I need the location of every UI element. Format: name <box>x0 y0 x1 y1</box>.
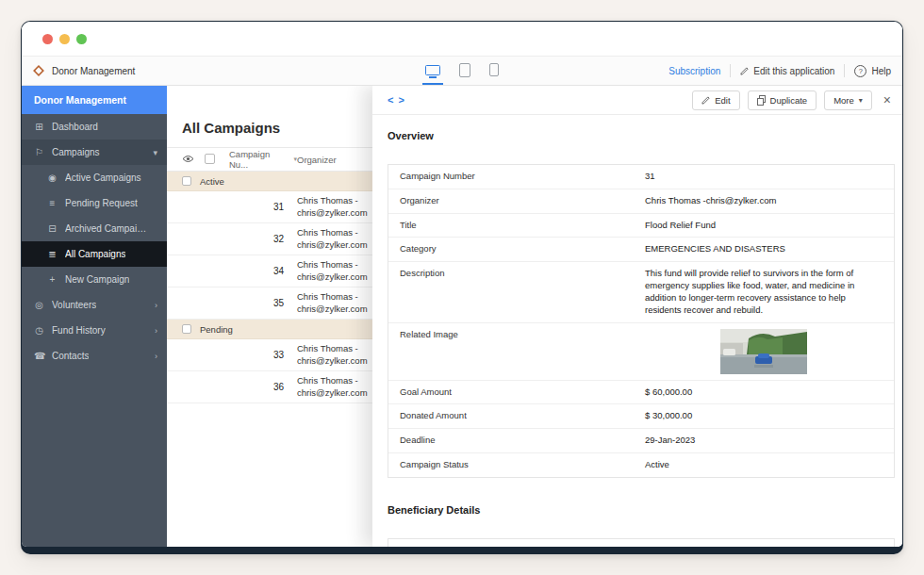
edit-application-label: Edit this application <box>753 66 834 76</box>
record-detail-topbar: < > Edit Duplicate <box>372 86 902 115</box>
field-value: EMERGENCIES AND DISASTERS <box>634 238 894 261</box>
section-title: Overview <box>388 130 895 141</box>
sidebar-item-archived-campaigns[interactable]: ⊟ Archived Campaigns <box>22 216 167 241</box>
group-label: Pending <box>200 324 233 335</box>
new-campaign-icon: + <box>47 274 58 285</box>
app-title: Donor Management <box>52 66 135 76</box>
field-label: Goal Amount <box>388 381 634 404</box>
close-window-button[interactable] <box>42 34 53 44</box>
sidebar-item-label: All Campaigns <box>65 249 125 259</box>
sidebar-item-label: Archived Campaigns <box>65 223 150 234</box>
table-row[interactable]: 35 Chris Thomas - chris@zylker.com <box>167 288 403 320</box>
duplicate-icon <box>757 95 766 105</box>
sidebar-item-new-campaign[interactable]: + New Campaign <box>22 267 167 292</box>
table-row[interactable]: 34 Chris Thomas - chris@zylker.com <box>167 255 403 288</box>
detail-field-row: Organizer Chris Thomas -chris@zylker.com <box>388 189 894 214</box>
more-button[interactable]: More ▾ <box>824 90 872 110</box>
section-title: Beneficiary Details <box>388 504 895 516</box>
active-campaigns-icon: ◉ <box>47 172 58 183</box>
field-label: Donated Amount <box>388 404 634 428</box>
group-label: Active <box>200 176 224 187</box>
sidebar-item-label: Contacts <box>52 351 89 361</box>
pencil-icon <box>740 67 749 75</box>
phone-view-icon[interactable] <box>487 57 502 85</box>
sidebar-item-volunteers[interactable]: ◎ Volunteers › <box>22 292 167 318</box>
field-label: Related Image <box>388 323 634 380</box>
sidebar-item-label: Volunteers <box>52 300 96 310</box>
list-body: Active 31 Chris Thomas - chris@zylker.co… <box>167 172 403 403</box>
campaign-number-cell: 33 <box>229 350 297 360</box>
close-icon[interactable]: × <box>883 93 891 107</box>
related-image-thumbnail[interactable] <box>720 329 807 374</box>
field-label: Organizer <box>388 189 634 213</box>
table-row[interactable]: 31 Chris Thomas - chris@zylker.com <box>167 191 403 223</box>
campaign-number-cell: 36 <box>229 382 297 392</box>
detail-field-row: Name Carlton Joseph <box>388 539 894 547</box>
sidebar-item-campaigns[interactable]: ⚐ Campaigns ▾ <box>22 140 167 165</box>
detail-field-row: Campaign Status Active <box>388 453 894 477</box>
field-label: Campaign Status <box>388 453 634 477</box>
campaign-number-header-label: Campaign Nu... <box>229 149 290 170</box>
group-checkbox[interactable] <box>182 324 191 334</box>
detail-section: Overview Campaign Number 31 Organizer Ch… <box>388 130 895 478</box>
edit-application-button[interactable]: Edit this application <box>740 66 834 76</box>
field-value <box>634 323 894 380</box>
list-group-row-active[interactable]: Active <box>167 172 403 191</box>
minimize-window-button[interactable] <box>59 34 70 44</box>
field-value: 31 <box>634 165 894 189</box>
campaign-list-panel: All Campaigns Campaign Nu... ▾ Organizer <box>167 86 403 547</box>
contacts-icon: ☎ <box>34 351 44 361</box>
pencil-icon <box>701 96 710 105</box>
sidebar-item-dashboard[interactable]: ⊞ Dashboard <box>22 114 167 140</box>
sidebar-item-label: Fund History <box>52 325 106 336</box>
field-table: Campaign Number 31 Organizer Chris Thoma… <box>388 164 895 478</box>
table-row[interactable]: 33 Chris Thomas - chris@zylker.com <box>167 339 403 371</box>
field-label: Name <box>388 539 634 547</box>
sidebar-item-label: Pending Request <box>65 198 138 208</box>
column-visibility-icon[interactable] <box>182 155 205 165</box>
field-label: Category <box>388 238 634 261</box>
sidebar-item-contacts[interactable]: ☎ Contacts › <box>22 343 167 369</box>
subscription-link[interactable]: Subscription <box>668 66 720 76</box>
sidebar-item-pending-request[interactable]: ≡ Pending Request <box>22 190 167 216</box>
sidebar-item-all-campaigns[interactable]: ≣ All Campaigns <box>22 241 167 267</box>
help-button[interactable]: ? Help <box>854 65 891 77</box>
field-table: Name Carlton Joseph <box>388 538 895 547</box>
edit-button-label: Edit <box>715 95 730 106</box>
desktop-view-icon[interactable] <box>422 57 443 85</box>
detail-field-row: Title Flood Relief Fund <box>388 214 894 238</box>
window-titlebar <box>22 22 902 57</box>
detail-field-row: Goal Amount $ 60,000.00 <box>388 381 894 405</box>
app-window: Donor Management Subscription Edit this … <box>21 21 903 554</box>
zoom-window-button[interactable] <box>76 34 87 44</box>
volunteers-icon: ◎ <box>34 300 44 310</box>
field-label: Description <box>388 262 634 321</box>
field-value: $ 30,000.00 <box>634 404 894 428</box>
field-label: Campaign Number <box>388 165 634 189</box>
sidebar-item-label: Dashboard <box>52 122 98 132</box>
duplicate-button[interactable]: Duplicate <box>748 90 817 110</box>
table-row[interactable]: 36 Chris Thomas - chris@zylker.com <box>167 371 403 403</box>
group-checkbox[interactable] <box>182 176 191 186</box>
campaign-number-cell: 35 <box>229 298 297 308</box>
select-all-checkbox[interactable] <box>205 154 215 164</box>
campaign-number-cell: 32 <box>229 234 297 244</box>
tablet-view-icon[interactable] <box>456 57 473 85</box>
edit-button[interactable]: Edit <box>692 90 739 110</box>
record-detail-body: Overview Campaign Number 31 Organizer Ch… <box>372 115 902 547</box>
chevron-down-icon: ▾ <box>859 96 863 105</box>
sidebar-item-fund-history[interactable]: ◷ Fund History › <box>22 318 167 343</box>
more-button-label: More <box>833 95 854 106</box>
campaign-number-cell: 31 <box>229 202 297 212</box>
help-icon: ? <box>854 65 866 77</box>
code-view-icon[interactable]: < > <box>388 94 405 106</box>
list-group-row-pending[interactable]: Pending <box>167 320 403 339</box>
sidebar-app-title: Donor Management <box>22 86 167 114</box>
field-value: Chris Thomas -chris@zylker.com <box>634 189 894 213</box>
column-header-campaign-number[interactable]: Campaign Nu... ▾ <box>229 149 297 170</box>
sidebar-item-label: Active Campaigns <box>65 172 141 183</box>
table-row[interactable]: 32 Chris Thomas - chris@zylker.com <box>167 223 403 255</box>
help-label: Help <box>871 66 891 76</box>
sidebar-item-active-campaigns[interactable]: ◉ Active Campaigns <box>22 165 167 190</box>
dashboard-icon: ⊞ <box>34 122 44 132</box>
